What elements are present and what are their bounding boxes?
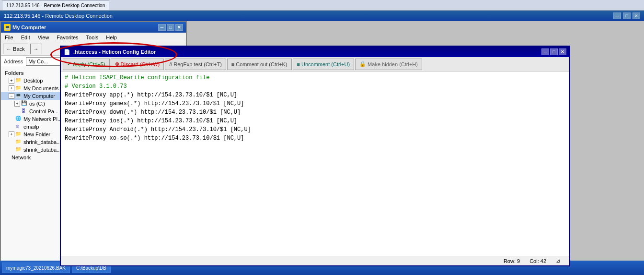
menu-favorites[interactable]: Favorites [55,34,80,41]
my-computer-title: My Computer [12,24,158,30]
mc-menubar: File Edit View Favorites Tools Help [1,33,186,42]
menu-edit[interactable]: Edit [19,34,32,41]
hidden-label: Make hidden (Ctrl+H) [368,61,418,67]
my-computer-icon: 💻 [4,24,11,31]
expander-mydocs[interactable]: + [9,85,14,91]
tree-label-recycle: emailp [23,124,39,130]
rdp-window-controls: ─ □ ✕ [613,12,640,19]
make-hidden-button[interactable]: 🔒 Make hidden (Ctrl+H) [355,59,422,70]
tree-item-newfolder[interactable]: 📁 shrink_databa... [1,138,60,146]
discard-button[interactable]: ⊗ Discard (Ctrl+W) [111,59,164,70]
mc-window-controls: ─ □ ✕ [158,24,183,31]
menu-tools[interactable]: Tools [84,34,101,41]
network-label: Network [12,155,31,160]
network-icon: 🌐 [15,116,22,122]
tree-item-recycle[interactable]: 🗑 emailp [1,123,60,131]
helicon-close-button[interactable]: ✕ [559,48,566,55]
folder-icon: 📁 [15,77,22,84]
tree-label-newfolder: shrink_databa... [23,139,61,145]
col-indicator: Col: 42 [529,258,546,264]
mc-restore-button[interactable]: □ [167,24,174,31]
helicon-toolbar: ✓ Apply (Ctrl+5) ⊗ Discard (Ctrl+W) // R… [61,57,569,72]
tree-item-emailp[interactable]: + 📁 New Folder [1,131,60,138]
expander-osc[interactable]: + [14,101,20,107]
tree-item-mycomputer[interactable]: − 💻 My Computer [1,92,60,100]
helicon-title: .htaccess - Helicon Config Editor [73,49,541,55]
tree-item-mynetwork[interactable]: 🌐 My Network Pl... [1,115,60,123]
regexp-label: RegExp test (Ctrl+T) [173,61,222,67]
checkmark-icon: ✓ [67,61,71,67]
back-button[interactable]: ← Back [3,44,28,54]
expander-desktop[interactable]: + [9,78,14,84]
uncomment-button[interactable]: ≡ Uncomment (Ctrl+U) [293,59,355,70]
drive-icon-c: 💾 [21,100,28,107]
uncomment-label: Uncomment (Ctrl+U) [301,61,350,67]
my-computer-titlebar: 💻 My Computer ─ □ ✕ [1,22,186,33]
mc-sidebar: Folders + 📁 Desktop + 📁 My Documents − 💻… [1,67,61,275]
comment-out-button[interactable]: ≡ Comment out (Ctrl+K) [227,59,292,70]
tree-label-controlpanel: Control Pa... [29,108,58,114]
taskbar-label-1: mymagic73_20210626.BAK [6,265,66,271]
folder-icon-shrink: 📁 [15,146,22,153]
discard-icon: ⊗ [115,61,119,67]
expander-emailp[interactable]: + [9,132,14,137]
browser-tab-1[interactable]: 112.213.95.146 - Remote Desktop Connecti… [2,0,109,10]
tree-label-shrinkdb: shrink_databa... [23,147,61,153]
folders-header: Folders [1,69,60,77]
folder-icon-new: 📁 [15,139,22,145]
row-indicator: Row: 9 [504,258,520,264]
browser-bar: 112.213.95.146 - Remote Desktop Connecti… [0,0,644,11]
menu-file[interactable]: File [3,34,15,41]
comment-label: Comment out (Ctrl+K) [236,61,287,67]
folder-icon-mydocs: 📁 [15,85,22,92]
tree-label-osc: os (C:) [29,101,45,107]
helicon-file-icon: 📄 [64,49,70,55]
computer-icon: 💻 [15,93,22,99]
tree-label-mycomputer: My Computer [23,93,55,99]
helicon-restore-button[interactable]: □ [550,48,558,55]
helicon-minimize-button[interactable]: ─ [541,48,549,55]
tree-label-emailp: New Folder [23,132,50,137]
tree-label-desktop: Desktop [23,78,43,84]
rdp-title: 112.213.95.146 - Remote Desktop Connecti… [4,13,613,19]
folder-icon-emailp: 📁 [15,131,22,138]
helicon-content[interactable]: # Helicon ISAPI_Rewrite configuration fi… [61,72,569,256]
forward-button[interactable]: → [30,44,42,54]
menu-help[interactable]: Help [104,34,119,41]
address-label: Address [4,59,23,64]
rdp-minimize-button[interactable]: ─ [613,12,621,19]
control-panel-icon: 🎛 [21,108,28,115]
expander-mycomputer[interactable]: − [9,93,14,99]
lock-icon: 🔒 [359,61,366,67]
tree-item-mydocs[interactable]: + 📁 My Documents [1,84,60,92]
tree-label-mynetwork: My Network Pl... [23,116,61,122]
menu-view[interactable]: View [36,34,51,41]
apply-label: Apply (Ctrl+5) [73,61,105,67]
tree-item-shrinkdb[interactable]: 📁 shrink_databa... [1,146,60,154]
tree-item-controlpanel[interactable]: 🎛 Control Pa... [1,108,60,115]
rdp-close-button[interactable]: ✕ [632,12,640,19]
tree-item-desktop[interactable]: + 📁 Desktop [1,77,60,84]
recycle-icon: 🗑 [15,123,22,130]
tree-item-osc[interactable]: + 💾 os (C:) [1,100,60,108]
resize-handle[interactable]: ⊿ [556,258,565,264]
discard-label: Discard (Ctrl+W) [121,61,160,67]
tree-label-mydocs: My Documents [23,85,58,91]
mc-close-button[interactable]: ✕ [175,24,183,31]
helicon-editor-window: 📄 .htaccess - Helicon Config Editor ─ □ … [60,46,570,266]
rdp-titlebar: 112.213.95.146 - Remote Desktop Connecti… [0,11,644,21]
rdp-restore-button[interactable]: □ [623,12,631,19]
regexp-button[interactable]: // RegExp test (Ctrl+T) [165,59,226,70]
apply-button[interactable]: ✓ Apply (Ctrl+5) [63,59,110,70]
helicon-window-controls: ─ □ ✕ [541,48,566,55]
mc-minimize-button[interactable]: ─ [158,24,166,31]
comment-icon: ≡ [231,61,234,67]
regexp-icon: // [169,61,172,67]
network-label-item: Network [8,154,60,161]
uncomment-icon: ≡ [297,61,300,67]
helicon-statusbar: Row: 9 Col: 42 ⊿ [61,256,569,265]
helicon-titlebar: 📄 .htaccess - Helicon Config Editor ─ □ … [61,47,569,57]
